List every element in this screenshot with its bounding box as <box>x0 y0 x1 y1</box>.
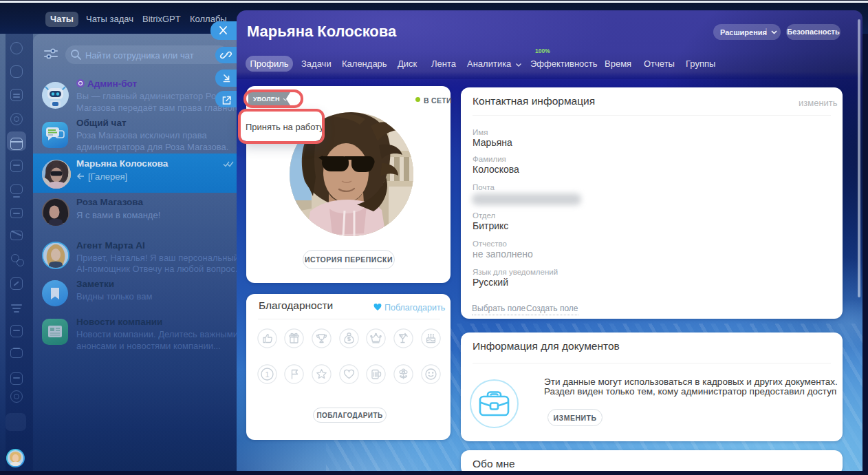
svg-text:1: 1 <box>265 370 269 379</box>
